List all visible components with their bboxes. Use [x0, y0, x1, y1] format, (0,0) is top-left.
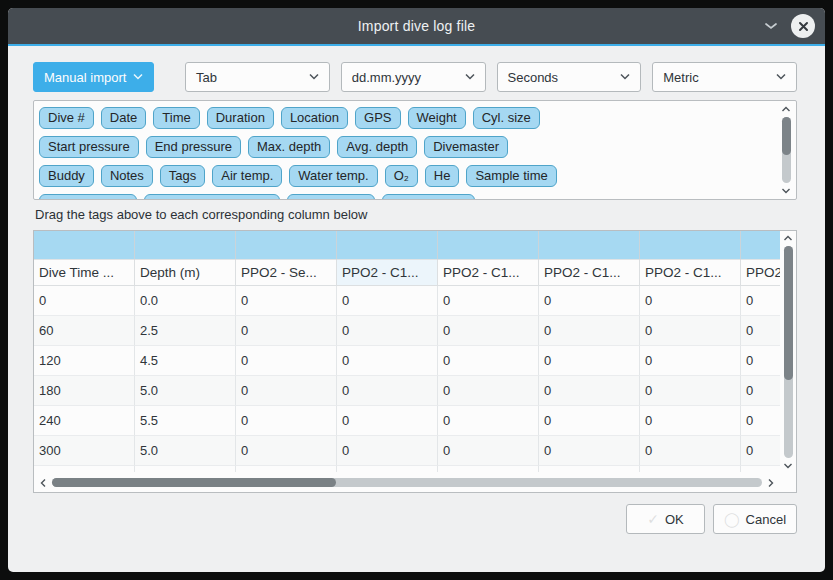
cancel-button[interactable]: ◯ Cancel	[713, 504, 797, 534]
draggable-tag[interactable]: O₂	[385, 165, 418, 187]
draggable-tag[interactable]: GPS	[355, 107, 400, 129]
table-cell: 0	[337, 436, 438, 466]
scroll-left-icon[interactable]	[40, 478, 47, 488]
column-drop-zone[interactable]	[34, 231, 135, 260]
draggable-tag[interactable]: End pressure	[146, 136, 241, 158]
chevron-down-icon[interactable]	[763, 21, 779, 31]
table-row	[34, 466, 780, 472]
import-settings-row: Manual importTabdd.mm.yyyySecondsMetric	[33, 62, 797, 92]
column-header[interactable]: PPO2 - C1...	[337, 260, 438, 286]
ok-button[interactable]: ✓ OK	[626, 504, 705, 534]
column-header[interactable]: PPO2 - C1...	[539, 260, 640, 286]
dropdown-value: Manual import	[44, 70, 126, 85]
draggable-tag[interactable]: Buddy	[39, 165, 94, 187]
table-cell: 0	[337, 376, 438, 406]
scrollbar-track[interactable]	[784, 246, 793, 458]
scroll-down-icon[interactable]	[781, 184, 791, 197]
scrollbar-thumb[interactable]	[52, 478, 336, 487]
draggable-tag[interactable]: Start pressure	[39, 136, 139, 158]
window-title: Import dive log file	[8, 18, 825, 34]
dropdown-value: dd.mm.yyyy	[352, 70, 421, 85]
scrollbar-track[interactable]	[782, 117, 791, 183]
scrollbar-track[interactable]	[52, 478, 762, 487]
table-cell	[741, 466, 780, 472]
draggable-tag[interactable]: Weight	[408, 107, 466, 129]
column-drop-zone[interactable]	[741, 231, 780, 260]
table-cell: 180	[34, 376, 135, 406]
column-header[interactable]: PPO2 - C1...	[741, 260, 780, 286]
draggable-tag[interactable]: Time	[153, 107, 199, 129]
column-drop-zone[interactable]	[135, 231, 236, 260]
table-cell: 240	[34, 406, 135, 436]
table-cell: 0	[640, 316, 741, 346]
dropdown-value: Tab	[196, 70, 217, 85]
tag-rows: Dive #DateTimeDurationLocationGPSWeightC…	[39, 107, 772, 200]
draggable-tag[interactable]: Dive #	[39, 107, 94, 129]
draggable-tag[interactable]: Notes	[101, 165, 153, 187]
dropdown-units[interactable]: Metric	[652, 62, 797, 92]
draggable-tag[interactable]: Sample time	[466, 165, 556, 187]
table-vertical-scrollbar[interactable]	[780, 232, 796, 472]
titlebar[interactable]: Import dive log file	[8, 8, 825, 44]
table-cell: 120	[34, 346, 135, 376]
draggable-tag[interactable]: Cyl. size	[473, 107, 540, 129]
draggable-tag[interactable]: Sample pO₂	[287, 194, 375, 200]
column-header[interactable]: Depth (m)	[135, 260, 236, 286]
scrollbar-thumb[interactable]	[784, 246, 793, 380]
column-header[interactable]: PPO2 - C1...	[438, 260, 539, 286]
draggable-tag[interactable]: Tags	[160, 165, 205, 187]
table-cell	[337, 466, 438, 472]
column-drop-zone[interactable]	[337, 231, 438, 260]
draggable-tag[interactable]: Date	[101, 107, 146, 129]
tag-palette-vertical-scrollbar[interactable]	[778, 103, 794, 197]
table-viewport: Dive Time ...Depth (m)PPO2 - Se...PPO2 -…	[34, 231, 780, 472]
chevron-down-icon	[132, 73, 144, 81]
chevron-down-icon	[464, 73, 476, 81]
scroll-up-icon[interactable]	[781, 103, 791, 116]
table-cell: 0	[741, 376, 780, 406]
tag-palette: Dive #DateTimeDurationLocationGPSWeightC…	[33, 100, 797, 200]
draggable-tag[interactable]: Location	[281, 107, 348, 129]
draggable-tag[interactable]: Avg. depth	[337, 136, 417, 158]
table-cell: 0	[236, 286, 337, 316]
column-drop-zone[interactable]	[438, 231, 539, 260]
draggable-tag[interactable]: Water temp.	[289, 165, 377, 187]
scroll-right-icon[interactable]	[767, 478, 774, 488]
dropdown-import-mode[interactable]: Manual import	[33, 62, 154, 92]
table-cell	[135, 466, 236, 472]
dropdown-field-separator[interactable]: Tab	[185, 62, 330, 92]
dropdown-duration-format[interactable]: Seconds	[497, 62, 642, 92]
scroll-up-icon[interactable]	[783, 232, 793, 245]
check-icon: ✓	[647, 511, 659, 527]
table-horizontal-scrollbar[interactable]	[35, 473, 779, 492]
table-cell	[236, 466, 337, 472]
draggable-tag[interactable]: Divemaster	[424, 136, 508, 158]
column-drop-zone[interactable]	[640, 231, 741, 260]
column-header[interactable]: PPO2 - Se...	[236, 260, 337, 286]
draggable-tag[interactable]: Sample CNS	[382, 194, 475, 200]
close-icon[interactable]	[791, 14, 815, 38]
dropdown-date-format[interactable]: dd.mm.yyyy	[341, 62, 486, 92]
table-cell	[438, 466, 539, 472]
draggable-tag[interactable]: Duration	[207, 107, 274, 129]
table-cell: 0	[741, 436, 780, 466]
scrollbar-thumb[interactable]	[782, 117, 791, 155]
column-drop-zone[interactable]	[236, 231, 337, 260]
column-header[interactable]: Dive Time ...	[34, 260, 135, 286]
draggable-tag[interactable]: Sample temperature	[144, 194, 280, 200]
table-cell: 0	[741, 316, 780, 346]
table-cell: 0	[539, 406, 640, 436]
column-header[interactable]: PPO2 - C1...	[640, 260, 741, 286]
tag-row: Dive #DateTimeDurationLocationGPSWeightC…	[39, 107, 772, 129]
draggable-tag[interactable]: Max. depth	[248, 136, 330, 158]
draggable-tag[interactable]: He	[425, 165, 460, 187]
scroll-down-icon[interactable]	[783, 459, 793, 472]
table-cell: 0	[741, 346, 780, 376]
dialog-content: Manual importTabdd.mm.yyyySecondsMetric …	[8, 46, 825, 572]
table-cell: 0	[236, 346, 337, 376]
column-drop-zone[interactable]	[539, 231, 640, 260]
draggable-tag[interactable]: Air temp.	[212, 165, 282, 187]
table-cell: 0	[337, 406, 438, 436]
draggable-tag[interactable]: Sample depth	[39, 194, 137, 200]
table-grid: Dive Time ...Depth (m)PPO2 - Se...PPO2 -…	[34, 231, 780, 472]
